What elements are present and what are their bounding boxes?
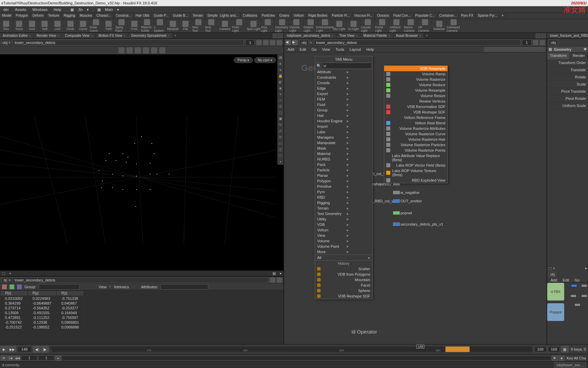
net-pin-icon[interactable] xyxy=(533,40,538,45)
tab-category[interactable]: Fluid xyxy=(315,102,351,107)
tab-category[interactable]: Pyro xyxy=(315,189,351,195)
tool-box[interactable]: Box xyxy=(0,19,13,32)
tool-platonic-solids[interactable]: Platonic Solids xyxy=(141,19,154,32)
ss-obj[interactable]: bj xyxy=(1,277,7,283)
tab-result[interactable]: Volume Rasterize Points xyxy=(384,148,447,153)
history-item[interactable]: Facet xyxy=(315,282,372,288)
disp-icon[interactable]: ◐ xyxy=(277,79,283,85)
shelf-tab[interactable]: Lights and... xyxy=(218,13,241,19)
mini-node[interactable] xyxy=(570,294,576,297)
intrinsics-label[interactable]: Intrinsics xyxy=(114,285,129,289)
net-pin-num[interactable]: 1 xyxy=(522,40,532,46)
shelf-tab[interactable]: Sparse Pyr... xyxy=(476,13,500,19)
tab-search-input[interactable] xyxy=(323,63,371,68)
disp-icon[interactable]: ▦ xyxy=(277,55,283,61)
tab-category[interactable]: FEM xyxy=(315,96,351,102)
shelf-tab[interactable]: Oceans xyxy=(375,13,391,19)
disp-icon[interactable]: ⬡ xyxy=(277,110,283,116)
param-obj[interactable]: obj xyxy=(549,40,558,46)
path-obj[interactable]: obj xyxy=(1,40,7,46)
select-tool-icon[interactable] xyxy=(118,47,125,53)
tab-result[interactable]: RBD Exploded View xyxy=(384,178,447,183)
shelf-tab[interactable]: Guide P... xyxy=(152,13,171,19)
net-icon[interactable] xyxy=(540,47,545,52)
frame-marker[interactable]: 149 xyxy=(416,344,424,349)
camera-dropdown[interactable]: No cam ▾ xyxy=(254,57,276,63)
history-item[interactable]: VDB from Polygons xyxy=(315,272,372,277)
disp-icon[interactable]: □ xyxy=(277,153,283,159)
tab-result[interactable]: Rewire Vertices xyxy=(384,98,447,104)
persp-dropdown[interactable]: Persp ▾ xyxy=(234,57,253,63)
tool-sky-light[interactable]: Sky Light xyxy=(332,19,346,32)
ss-help-icon[interactable] xyxy=(277,285,281,289)
right-mini-network[interactable]: rt FBXPrepare xyxy=(547,283,588,344)
step-fwd-button[interactable]: |▶ xyxy=(41,346,49,353)
spreadsheet-table[interactable]: P[x]P[y]P[z] 0.03100920.0224983-0.751338… xyxy=(0,290,84,329)
auto-key-icon[interactable]: ✱ xyxy=(552,355,558,361)
timeline-opts-icon[interactable]: ▦ xyxy=(561,346,569,353)
playbar-opts-icon[interactable]: ⚙ xyxy=(1,355,7,361)
table-row[interactable]: 0.13509-0.4915550.164949 xyxy=(0,310,84,315)
history-item[interactable]: Mountain xyxy=(315,277,372,282)
history-item[interactable]: VDB Reshape SDF xyxy=(315,293,372,299)
tool-spot-light[interactable]: Spot Light xyxy=(246,19,261,32)
net-edit[interactable]: Edit xyxy=(298,47,308,51)
ss-pin-icon[interactable] xyxy=(270,277,275,283)
mini-node[interactable] xyxy=(574,303,581,306)
tab-category[interactable]: Rigging xyxy=(315,200,351,205)
param-tab-render[interactable]: Render xyxy=(570,52,588,59)
tab-category[interactable]: Houdini Engine xyxy=(315,118,351,124)
mini-node[interactable] xyxy=(571,284,577,287)
network-node[interactable]: secondary_debris_pts_v1 xyxy=(393,222,443,226)
net-icon[interactable] xyxy=(515,47,520,52)
snap-tool-icon[interactable] xyxy=(159,47,165,53)
net-icon[interactable] xyxy=(525,47,530,52)
tab-category[interactable]: Constraints xyxy=(315,75,351,80)
play-button[interactable]: ▶ xyxy=(0,346,8,353)
disp-icon[interactable]: ◈ xyxy=(277,61,283,67)
menu-render[interactable]: der xyxy=(1,7,12,12)
tab-category[interactable]: Test Geometry xyxy=(315,211,351,216)
panel-tab[interactable]: Motion FX View× xyxy=(96,33,128,38)
tab-category[interactable]: Material xyxy=(315,151,351,156)
path-node[interactable]: tower_secondary_debris xyxy=(12,40,244,46)
rnet-add[interactable]: + xyxy=(553,266,555,270)
network-view[interactable]: Geo TAB Menu 🔍 AttributeConstraintsCrowd… xyxy=(284,52,546,344)
tab-category[interactable]: More xyxy=(315,249,351,255)
move-tool-icon[interactable] xyxy=(127,47,133,53)
lock-icon[interactable]: 🔒 xyxy=(277,73,283,79)
tool-curve[interactable]: Curve xyxy=(77,19,90,32)
tool-vr-camera[interactable]: VR Camera xyxy=(418,19,432,32)
shelf-tab[interactable]: Model xyxy=(0,13,14,19)
tool-gi-light[interactable]: GI Light xyxy=(346,19,361,32)
shelf-tab[interactable]: Rigid Bodies xyxy=(306,13,330,19)
net-go[interactable]: Go xyxy=(310,47,319,51)
shelf-tab[interactable]: Grains xyxy=(277,13,292,19)
tool-file[interactable]: File xyxy=(179,19,192,32)
prims-icon[interactable] xyxy=(17,285,22,289)
tab-category[interactable]: Utility xyxy=(315,216,351,222)
group-input[interactable] xyxy=(39,284,80,290)
tab-category[interactable]: Edge xyxy=(315,86,351,91)
key-all-label[interactable]: Key All Cha xyxy=(565,356,587,360)
disp-icon[interactable]: ◉ xyxy=(277,85,283,91)
tool-environment-light[interactable]: Environment Light xyxy=(318,19,332,32)
tab-category[interactable]: Vellum xyxy=(315,227,351,233)
parm-icon[interactable] xyxy=(277,40,282,45)
net-icon[interactable] xyxy=(494,47,499,52)
ss-help-icon[interactable] xyxy=(277,277,282,283)
tab-result[interactable]: VDB Renormalize SDF xyxy=(384,104,447,109)
tab-result[interactable]: Volume Rasterize Attributes xyxy=(384,126,447,131)
shelf-tab[interactable]: Collisions xyxy=(241,13,260,19)
tab-category[interactable]: View xyxy=(315,233,351,238)
disp-icon[interactable]: ✧ xyxy=(277,97,283,104)
desktop-selector-1[interactable]: ▦ Jin ▾ xyxy=(68,7,91,12)
net-obj[interactable]: obj xyxy=(299,40,309,46)
shelf-tab[interactable]: Rigging xyxy=(62,13,78,19)
tab-result[interactable]: Volume Resize xyxy=(384,93,447,98)
param-tab-transform[interactable]: Transform xyxy=(547,52,570,59)
net-help[interactable]: Help xyxy=(364,47,376,51)
tab-category[interactable]: Volume xyxy=(315,238,351,244)
tool-caustic-light[interactable]: Caustic Light xyxy=(361,19,375,32)
rnet-tab[interactable]: ⬚ xyxy=(549,266,552,270)
